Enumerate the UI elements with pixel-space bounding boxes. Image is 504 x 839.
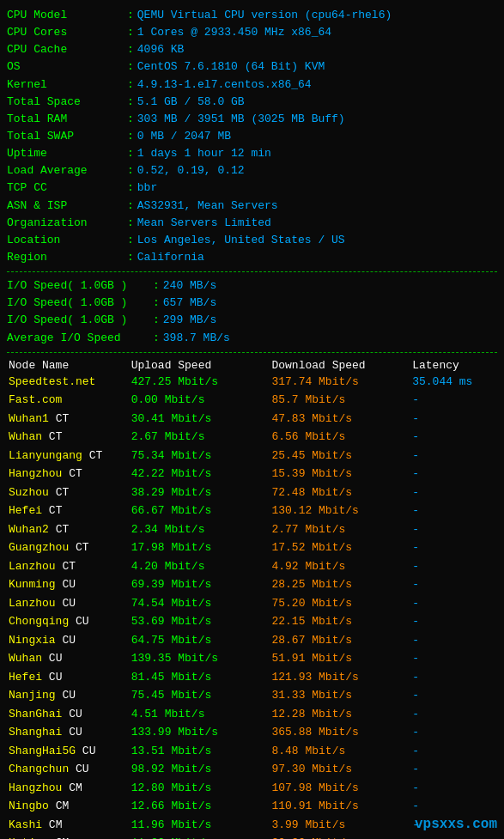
upload-value: 98.92 Mbit/s <box>131 763 212 775</box>
sysinfo-row: Location: Los Angeles, United States / U… <box>7 232 497 249</box>
latency-cell: - <box>410 410 497 429</box>
download-value: 110.91 Mbit/s <box>271 799 358 812</box>
sysinfo-label: Total Space <box>7 94 127 111</box>
sysinfo-row: Region: California <box>7 249 497 266</box>
io-value: 398.7 MB/s <box>163 330 230 347</box>
table-row: Kunming CU69.39 Mbit/s28.25 Mbit/s- <box>7 575 497 594</box>
latency-value: - <box>412 708 419 720</box>
node-name: Lianyungang <box>9 449 82 462</box>
latency-value: - <box>412 763 419 775</box>
node-name: Fast.com <box>9 393 62 406</box>
table-row: Lanzhou CU74.54 Mbit/s75.20 Mbit/s- <box>7 594 497 613</box>
download-value: 17.52 Mbit/s <box>271 541 352 554</box>
node-cell: Wuhan1 CT <box>7 410 130 429</box>
isp-tag: CT <box>49 504 63 517</box>
latency-value: - <box>412 726 419 739</box>
iospeed-row: I/O Speed( 1.0GB ): 657 MB/s <box>7 295 497 312</box>
node-cell: Wuhan CT <box>7 428 130 447</box>
download-cell: 365.88 Mbit/s <box>270 723 410 742</box>
table-row: Guangzhou CT17.98 Mbit/s17.52 Mbit/s- <box>7 538 497 557</box>
download-cell: 130.12 Mbit/s <box>270 502 410 520</box>
latency-cell: - <box>410 797 497 816</box>
upload-value: 81.45 Mbit/s <box>131 671 212 684</box>
sysinfo-row: TCP CC: bbr <box>7 179 497 197</box>
download-value: 6.56 Mbit/s <box>271 430 345 443</box>
upload-value: 133.99 Mbit/s <box>131 726 218 739</box>
sysinfo-value: 1 Cores @ 2933.450 MHz x86_64 <box>137 24 331 41</box>
colon: : <box>127 41 134 58</box>
download-cell: 72.48 Mbit/s <box>270 483 410 502</box>
colon: : <box>127 111 134 128</box>
node-name: Hefei <box>9 671 42 684</box>
node-cell: Changchun CU <box>7 760 130 779</box>
colon: : <box>127 179 134 197</box>
upload-cell: 38.29 Mbit/s <box>130 483 270 502</box>
node-cell: Wuhan CU <box>7 649 130 668</box>
node-cell: Lianyungang CT <box>7 447 130 465</box>
isp-tag: CT <box>49 430 63 443</box>
table-row: Suzhou CT38.29 Mbit/s72.48 Mbit/s- <box>7 483 497 502</box>
download-cell: 2.77 Mbit/s <box>270 520 410 539</box>
latency-value: - <box>412 578 419 591</box>
sysinfo-row: OS: CentOS 7.6.1810 (64 Bit) KVM <box>7 58 497 76</box>
download-value: 4.92 Mbit/s <box>271 560 345 573</box>
node-name: Hangzhou <box>9 467 62 480</box>
table-header-row: Node NameUpload SpeedDownload SpeedLaten… <box>7 358 497 373</box>
latency-value: - <box>412 634 419 647</box>
colon: : <box>127 24 134 41</box>
latency-cell: - <box>410 557 497 576</box>
table-row: Changchun CU98.92 Mbit/s97.30 Mbit/s- <box>7 760 497 779</box>
latency-value: - <box>412 504 419 517</box>
sysinfo-value: Mean Servers Limited <box>137 215 271 232</box>
node-name: Hangzhou <box>9 781 62 794</box>
colon: : <box>127 145 134 162</box>
header-node: Node Name <box>7 358 130 373</box>
upload-cell: 69.39 Mbit/s <box>130 575 270 594</box>
latency-cell: - <box>410 447 497 465</box>
colon: : <box>127 76 134 94</box>
latency-cell: - <box>410 575 497 594</box>
latency-value: - <box>412 523 419 536</box>
iospeed-section: I/O Speed( 1.0GB ): 240 MB/sI/O Speed( 1… <box>7 277 497 347</box>
download-value: 15.39 Mbit/s <box>271 467 352 480</box>
latency-value: - <box>412 615 419 628</box>
colon: : <box>127 94 134 111</box>
sysinfo-row: CPU Model: QEMU Virtual CPU version (cpu… <box>7 7 497 24</box>
isp-tag: CU <box>76 615 89 628</box>
node-cell: Shanghai CU <box>7 723 130 742</box>
node-name: Guangzhou <box>9 541 69 554</box>
watermark: vpsxxs.com <box>415 817 497 832</box>
download-value: 3.99 Mbit/s <box>271 818 345 831</box>
latency-value: - <box>412 597 419 610</box>
download-cell: 110.91 Mbit/s <box>270 797 410 816</box>
node-cell: Suzhou CT <box>7 483 130 502</box>
latency-cell: - <box>410 428 497 447</box>
sysinfo-label: CPU Cache <box>7 41 127 58</box>
latency-cell: - <box>410 391 497 410</box>
sysinfo-row: ASN & ISP: AS32931, Mean Servers <box>7 198 497 215</box>
download-value: 97.30 Mbit/s <box>271 763 352 775</box>
upload-value: 427.25 Mbit/s <box>131 375 218 388</box>
sysinfo-row: Total RAM: 303 MB / 3951 MB (3025 MB Buf… <box>7 111 497 128</box>
upload-cell: 12.80 Mbit/s <box>130 779 270 798</box>
node-cell: Hangzhou CT <box>7 465 130 483</box>
download-value: 75.20 Mbit/s <box>271 597 352 610</box>
download-value: 12.28 Mbit/s <box>271 708 352 720</box>
download-cell: 97.30 Mbit/s <box>270 760 410 779</box>
iospeed-row: I/O Speed( 1.0GB ): 299 MB/s <box>7 312 497 329</box>
upload-cell: 427.25 Mbit/s <box>130 373 270 392</box>
sysinfo-value: 4096 KB <box>137 41 185 58</box>
sysinfo-label: Organization <box>7 215 127 232</box>
sysinfo-value: 4.9.13-1.el7.centos.x86_64 <box>137 76 312 94</box>
isp-tag: CM <box>69 781 82 794</box>
latency-value: - <box>412 467 419 480</box>
isp-tag: CT <box>69 467 82 480</box>
upload-cell: 2.34 Mbit/s <box>130 520 270 539</box>
download-cell: 22.15 Mbit/s <box>270 612 410 631</box>
upload-cell: 42.22 Mbit/s <box>130 465 270 483</box>
node-name: Wuhan <box>9 652 42 665</box>
upload-cell: 12.66 Mbit/s <box>130 797 270 816</box>
table-row: Hangzhou CT42.22 Mbit/s15.39 Mbit/s- <box>7 465 497 483</box>
latency-value: - <box>412 799 419 812</box>
upload-value: 139.35 Mbit/s <box>131 652 218 665</box>
